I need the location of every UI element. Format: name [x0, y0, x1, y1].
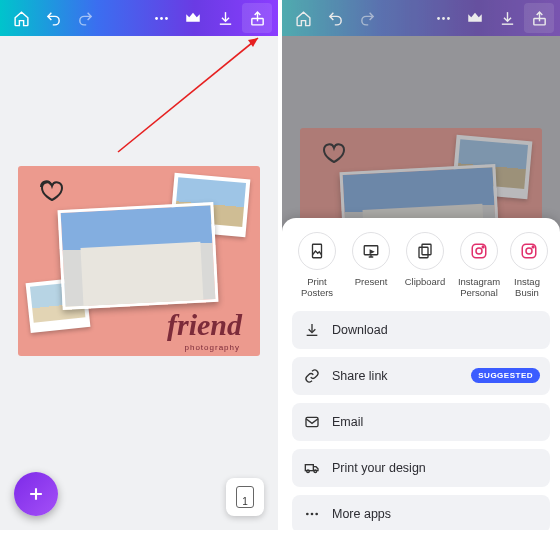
instagram-icon [520, 242, 538, 260]
truck-icon [304, 460, 320, 476]
more-icon [304, 506, 320, 522]
pro-button [460, 3, 490, 33]
action-download[interactable]: Download [292, 311, 550, 349]
share-target-label: Instagram [452, 276, 506, 287]
undo-button[interactable] [38, 3, 68, 33]
download-icon [304, 322, 320, 338]
share-sheet: Print Posters Present Clipboard [282, 218, 560, 530]
add-page-fab[interactable] [14, 472, 58, 516]
action-print[interactable]: Print your design [292, 449, 550, 487]
svg-marker-5 [248, 38, 258, 47]
redo-icon [359, 10, 376, 27]
crown-icon [466, 9, 484, 27]
svg-point-7 [442, 17, 445, 20]
svg-point-8 [447, 17, 450, 20]
share-target-label: Present [344, 276, 398, 287]
download-button [492, 3, 522, 33]
home-icon [13, 10, 30, 27]
download-icon [217, 10, 234, 27]
svg-point-18 [526, 248, 532, 254]
share-target-label2: Posters [290, 287, 344, 298]
more-icon [435, 10, 452, 27]
action-label: Email [332, 415, 363, 429]
svg-line-4 [118, 38, 258, 152]
action-email[interactable]: Email [292, 403, 550, 441]
heart-scribble [36, 174, 72, 204]
home-button [288, 3, 318, 33]
top-toolbar-dimmed [282, 0, 560, 36]
download-icon [499, 10, 516, 27]
plus-icon [26, 484, 46, 504]
share-target-row[interactable]: Print Posters Present Clipboard [288, 232, 554, 307]
share-target-instagram-personal[interactable]: Instagram Personal [452, 232, 506, 299]
more-button [428, 3, 458, 33]
link-icon [304, 368, 320, 384]
svg-point-2 [165, 17, 168, 20]
share-target-label2: Personal [452, 287, 506, 298]
more-icon [153, 10, 170, 27]
svg-point-0 [155, 17, 158, 20]
undo-icon [327, 10, 344, 27]
redo-button[interactable] [70, 3, 100, 33]
svg-point-25 [311, 512, 314, 515]
share-icon [531, 10, 548, 27]
email-icon [304, 414, 320, 430]
svg-rect-20 [306, 417, 318, 426]
action-more-apps[interactable]: More apps [292, 495, 550, 530]
svg-point-16 [482, 246, 484, 248]
share-target-present[interactable]: Present [344, 232, 398, 299]
share-target-label: Instag [506, 276, 548, 287]
svg-point-19 [532, 246, 534, 248]
more-button[interactable] [146, 3, 176, 33]
svg-rect-13 [419, 247, 428, 258]
share-screen: Print Posters Present Clipboard [282, 0, 560, 530]
design-subtitle-text[interactable]: photography [185, 343, 240, 352]
share-target-label2: Busin [506, 287, 548, 298]
photo-castle[interactable] [57, 202, 218, 310]
action-label: Share link [332, 369, 388, 383]
redo-icon [77, 10, 94, 27]
share-button[interactable] [242, 3, 272, 33]
svg-rect-10 [313, 244, 322, 258]
share-button-active [524, 3, 554, 33]
page-count: 1 [242, 496, 248, 507]
undo-button [320, 3, 350, 33]
action-label: Print your design [332, 461, 426, 475]
top-toolbar [0, 0, 278, 36]
svg-point-15 [476, 248, 482, 254]
suggested-badge: SUGGESTED [471, 368, 540, 383]
design-canvas[interactable]: friend photography [18, 166, 260, 356]
svg-rect-21 [305, 464, 313, 470]
pro-button[interactable] [178, 3, 208, 33]
svg-point-24 [306, 512, 309, 515]
action-label: Download [332, 323, 388, 337]
share-target-label: Clipboard [398, 276, 452, 287]
present-icon [362, 242, 380, 260]
home-icon [295, 10, 312, 27]
design-title-text[interactable]: friend [167, 308, 242, 342]
canvas-area-dimmed: Print Posters Present Clipboard [282, 36, 560, 530]
home-button[interactable] [6, 3, 36, 33]
share-target-print-posters[interactable]: Print Posters [290, 232, 344, 299]
redo-button [352, 3, 382, 33]
poster-icon [308, 242, 326, 260]
svg-point-26 [315, 512, 318, 515]
action-share-link[interactable]: Share link SUGGESTED [292, 357, 550, 395]
crown-icon [184, 9, 202, 27]
clipboard-icon [416, 242, 434, 260]
canvas-area[interactable]: friend photography 1 [0, 36, 278, 530]
share-target-instagram-business[interactable]: Instag Busin [506, 232, 548, 299]
editor-screen: friend photography 1 [0, 0, 278, 530]
undo-icon [45, 10, 62, 27]
download-button[interactable] [210, 3, 240, 33]
share-icon [249, 10, 266, 27]
share-target-label: Print [290, 276, 344, 287]
share-target-clipboard[interactable]: Clipboard [398, 232, 452, 299]
share-action-list: Download Share link SUGGESTED Email Prin… [288, 307, 554, 530]
svg-rect-12 [422, 244, 431, 255]
page-indicator[interactable]: 1 [226, 478, 264, 516]
instagram-icon [470, 242, 488, 260]
action-label: More apps [332, 507, 391, 521]
svg-point-6 [437, 17, 440, 20]
svg-point-1 [160, 17, 163, 20]
